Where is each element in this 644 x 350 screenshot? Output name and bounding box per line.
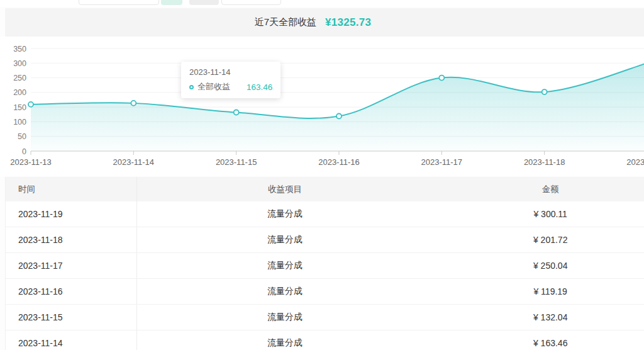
tooltip-series-value: 163.46: [230, 82, 272, 92]
table-row: 2023-11-16 流量分成 ¥ 119.19: [6, 279, 644, 305]
svg-text:300: 300: [13, 59, 26, 68]
header-amount: 金额: [433, 177, 644, 201]
svg-text:250: 250: [13, 74, 26, 82]
cutoff-date-input[interactable]: [79, 0, 159, 5]
table-header-row: 时间 收益项目 金额: [6, 177, 644, 201]
cell-date: 2023-11-19: [6, 201, 137, 227]
cell-amount: ¥ 300.11: [433, 201, 644, 227]
cell-amount: ¥ 250.04: [433, 253, 644, 278]
cell-item: 流量分成: [137, 201, 433, 227]
cell-item: 流量分成: [137, 305, 433, 330]
svg-text:2023-11-15: 2023-11-15: [216, 157, 257, 167]
summary-value: ¥1325.73: [325, 16, 371, 29]
svg-text:100: 100: [13, 118, 26, 127]
cutoff-reset-button[interactable]: [189, 0, 219, 5]
summary-label: 近7天全部收益: [255, 16, 316, 28]
cell-amount: ¥ 201.72: [433, 227, 644, 252]
cell-date: 2023-11-17: [6, 253, 137, 278]
svg-text:150: 150: [13, 103, 26, 112]
cell-item: 流量分成: [137, 253, 433, 278]
cell-amount: ¥ 132.04: [433, 305, 644, 330]
table-row: 2023-11-14 流量分成 ¥ 163.46: [6, 330, 644, 350]
cell-item: 流量分成: [137, 227, 433, 252]
line-chart-canvas[interactable]: 0501001502002503003502023-11-132023-11-1…: [0, 37, 644, 176]
cell-amount: ¥ 163.46: [433, 330, 644, 350]
tooltip-series-label: 全部收益: [197, 81, 230, 93]
series-marker-icon: [189, 85, 194, 89]
chart-tooltip: 2023-11-14 全部收益 163.46: [181, 62, 280, 98]
tooltip-date: 2023-11-14: [189, 67, 272, 77]
cutoff-confirm-button[interactable]: [161, 0, 182, 5]
svg-text:2023-11-18: 2023-11-18: [524, 157, 565, 167]
cell-date: 2023-11-16: [6, 279, 137, 304]
revenue-dashboard: 近7天全部收益 ¥1325.73 05010015020025030035020…: [0, 0, 644, 350]
svg-text:200: 200: [13, 88, 26, 97]
table-row: 2023-11-17 流量分成 ¥ 250.04: [6, 253, 644, 279]
svg-text:2023-11-19: 2023-11-19: [626, 157, 644, 167]
revenue-line-chart: 0501001502002503003502023-11-132023-11-1…: [0, 37, 644, 176]
table-row: 2023-11-18 流量分成 ¥ 201.72: [6, 227, 644, 253]
cell-item: 流量分成: [137, 330, 433, 350]
cell-date: 2023-11-14: [6, 330, 137, 350]
cell-item: 流量分成: [137, 279, 433, 304]
cutoff-select-input[interactable]: [221, 0, 281, 5]
toolbar-cutoff: [0, 0, 644, 7]
svg-text:2023-11-14: 2023-11-14: [113, 157, 155, 167]
table-row: 2023-11-19 流量分成 ¥ 300.11: [6, 201, 644, 227]
svg-text:2023-11-13: 2023-11-13: [10, 157, 52, 167]
svg-text:2023-11-17: 2023-11-17: [421, 157, 463, 167]
tooltip-series-row: 全部收益 163.46: [189, 81, 272, 93]
svg-text:0: 0: [22, 147, 26, 156]
cell-date: 2023-11-15: [6, 305, 137, 330]
header-time: 时间: [6, 177, 137, 201]
cell-date: 2023-11-18: [6, 227, 137, 252]
revenue-table: 时间 收益项目 金额 2023-11-19 流量分成 ¥ 300.11 2023…: [5, 177, 644, 350]
svg-text:2023-11-16: 2023-11-16: [318, 157, 360, 167]
table-row: 2023-11-15 流量分成 ¥ 132.04: [6, 305, 644, 330]
header-item: 收益项目: [137, 177, 433, 201]
svg-text:350: 350: [13, 45, 26, 54]
svg-text:50: 50: [18, 132, 26, 141]
summary-bar: 近7天全部收益 ¥1325.73: [5, 8, 644, 37]
cell-amount: ¥ 119.19: [433, 279, 644, 304]
